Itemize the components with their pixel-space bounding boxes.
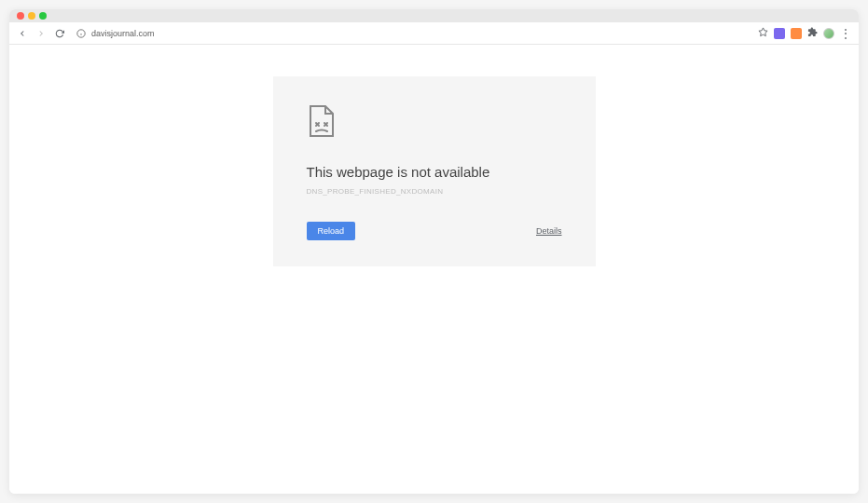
reload-page-button[interactable]: Reload: [307, 222, 356, 240]
browser-window: davisjournal.com ⋮: [9, 9, 859, 494]
site-info-icon[interactable]: [76, 29, 86, 38]
forward-button[interactable]: [35, 28, 47, 39]
url-text: davisjournal.com: [91, 29, 155, 38]
bookmark-star-icon[interactable]: [758, 27, 768, 39]
details-link[interactable]: Details: [536, 226, 562, 236]
toolbar-right-icons: ⋮: [758, 27, 851, 39]
error-title: This webpage is not available: [307, 164, 562, 180]
address-bar[interactable]: davisjournal.com: [73, 29, 751, 38]
window-close-button[interactable]: [17, 12, 24, 20]
window-titlebar: [9, 9, 859, 22]
window-maximize-button[interactable]: [39, 12, 47, 20]
error-actions: Reload Details: [307, 222, 562, 240]
browser-toolbar: davisjournal.com ⋮: [9, 22, 859, 45]
svg-marker-3: [759, 28, 767, 36]
profile-avatar[interactable]: [823, 28, 834, 39]
extension-icon-2[interactable]: [791, 28, 802, 39]
error-code: DNS_PROBE_FINISHED_NXDOMAIN: [307, 187, 562, 196]
back-button[interactable]: [17, 28, 28, 39]
broken-page-icon: [307, 104, 562, 142]
chrome-menu-button[interactable]: ⋮: [840, 28, 851, 39]
page-viewport: This webpage is not available DNS_PROBE_…: [9, 45, 859, 494]
extension-icon-1[interactable]: [774, 28, 785, 39]
reload-button[interactable]: [54, 28, 65, 39]
extensions-puzzle-icon[interactable]: [807, 27, 818, 39]
error-card: This webpage is not available DNS_PROBE_…: [273, 76, 596, 266]
window-minimize-button[interactable]: [28, 12, 35, 20]
